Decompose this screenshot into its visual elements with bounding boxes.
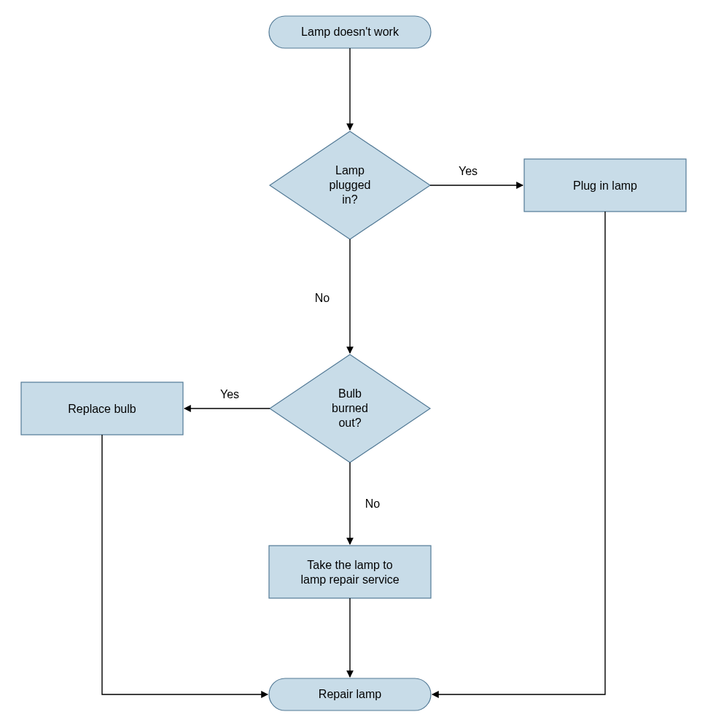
node-start: Lamp doesn't work [269, 16, 431, 48]
node-plugin: Plug in lamp [524, 159, 686, 212]
node-end-label: Repair lamp [319, 688, 381, 700]
node-burned-decision: Bulb burned out? [270, 355, 430, 462]
edge-replace-end [102, 435, 268, 694]
node-burned-line2: burned [332, 402, 368, 414]
edge-label-plugged-no: No [315, 292, 330, 304]
node-plugged-line1: Lamp [335, 164, 365, 177]
node-service-line1: Take the lamp to [307, 559, 393, 571]
node-plugged-line2: plugged [330, 179, 371, 191]
edge-plugin-end [432, 212, 605, 694]
node-replace-label: Replace bulb [68, 403, 136, 415]
edge-label-burned-no: No [365, 497, 381, 510]
node-plugged-line3: in? [342, 193, 357, 206]
node-burned-line3: out? [338, 417, 361, 429]
svg-rect-5 [269, 546, 431, 598]
node-burned-line1: Bulb [338, 387, 362, 400]
node-plugged-decision: Lamp plugged in? [270, 131, 430, 239]
node-end: Repair lamp [269, 678, 431, 710]
edge-label-plugged-yes: Yes [459, 165, 478, 177]
node-service: Take the lamp to lamp repair service [269, 546, 431, 598]
node-plugin-label: Plug in lamp [573, 179, 637, 192]
node-start-label: Lamp doesn't work [301, 26, 400, 38]
edge-label-burned-yes: Yes [220, 388, 239, 400]
flowchart-canvas: Lamp doesn't work Lamp plugged in? Plug … [0, 0, 705, 728]
node-service-line2: lamp repair service [300, 573, 399, 586]
node-replace: Replace bulb [21, 382, 183, 435]
